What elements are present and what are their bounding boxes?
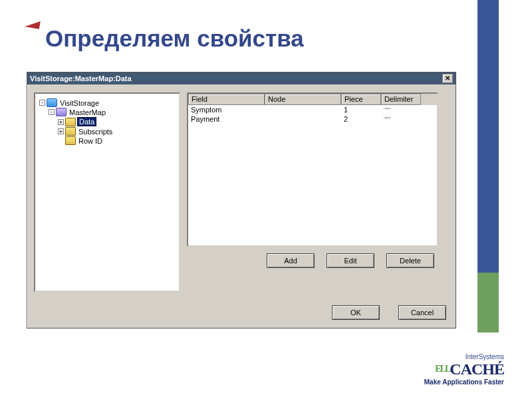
slide-triangle-icon (25, 19, 41, 29)
tree-node-mastermap[interactable]: - MasterMap (49, 108, 176, 116)
tree-node-visitstorage[interactable]: - VisitStorage (39, 98, 176, 107)
logo-tagline-text: Make Applications Faster (424, 378, 504, 386)
tree-pane[interactable]: - VisitStorage - MasterMap (34, 92, 180, 292)
ok-button[interactable]: OK (332, 305, 380, 320)
cell-field: Symptom (188, 105, 265, 114)
list-pane[interactable]: Field Node Piece Delimiter Symptom 1 "^"… (187, 92, 438, 247)
logo-prefix: ELL (435, 364, 450, 374)
dialog-window: VisitStorage:MasterMap:Data ✕ - VisitSto… (27, 72, 456, 329)
col-header-delimiter[interactable]: Delimiter (381, 94, 421, 105)
col-header-piece[interactable]: Piece (341, 94, 381, 105)
tree-label: Subscripts (77, 128, 114, 136)
tree-label: Row ID (77, 137, 104, 145)
edit-button[interactable]: Edit (327, 253, 374, 268)
expand-icon (58, 138, 64, 144)
cell-node (265, 105, 341, 114)
dialog-titlebar[interactable]: VisitStorage:MasterMap:Data ✕ (27, 72, 456, 84)
cell-delimiter: "^" (381, 114, 421, 124)
slide-decor-green (477, 273, 499, 332)
tree-node-rowid[interactable]: Row ID (58, 136, 176, 145)
list-header: Field Node Piece Delimiter (188, 94, 437, 105)
map-icon (56, 108, 66, 116)
col-header-field[interactable]: Field (188, 94, 265, 105)
slide-title: Определяем свойства (45, 25, 304, 52)
delete-button[interactable]: Delete (386, 253, 434, 268)
folder-icon (65, 118, 76, 126)
folder-icon (65, 136, 76, 145)
list-button-row: Add Edit Delete (187, 247, 438, 268)
cell-piece: 2 (341, 114, 381, 124)
expand-icon[interactable]: + (58, 119, 64, 125)
logo-product-text: ELLCACHÉ (424, 360, 504, 378)
cell-node (265, 114, 341, 124)
expand-icon[interactable]: - (49, 109, 55, 115)
storage-icon (47, 98, 57, 107)
tree-node-subscripts[interactable]: + Subscripts (58, 127, 176, 136)
cancel-button[interactable]: Cancel (398, 305, 446, 320)
logo-area: InterSystems ELLCACHÉ Make Applications … (424, 353, 504, 386)
tree-label: MasterMap (68, 108, 107, 116)
cell-delimiter: "^" (381, 105, 421, 114)
list-row[interactable]: Payment 2 "^" (188, 114, 437, 124)
expand-icon[interactable]: - (39, 100, 45, 106)
add-button[interactable]: Add (267, 253, 315, 268)
dialog-footer: OK Cancel (27, 299, 456, 328)
list-rows: Symptom 1 "^" Payment 2 "^" (188, 105, 437, 124)
cell-field: Payment (188, 114, 265, 124)
tree-node-data[interactable]: + Data (58, 117, 176, 126)
tree-label: VisitStorage (59, 99, 100, 107)
col-header-node[interactable]: Node (265, 94, 341, 105)
tree-label-selected: Data (77, 117, 96, 126)
logo-main: CACHÉ (450, 360, 504, 378)
expand-icon[interactable]: + (58, 128, 64, 134)
folder-icon (65, 127, 76, 136)
list-row[interactable]: Symptom 1 "^" (188, 105, 437, 114)
slide-decor-blue (477, 0, 499, 273)
close-button[interactable]: ✕ (442, 74, 453, 83)
dialog-title-text: VisitStorage:MasterMap:Data (30, 72, 132, 84)
cell-piece: 1 (341, 105, 381, 114)
logo-company-text: InterSystems (424, 353, 504, 360)
